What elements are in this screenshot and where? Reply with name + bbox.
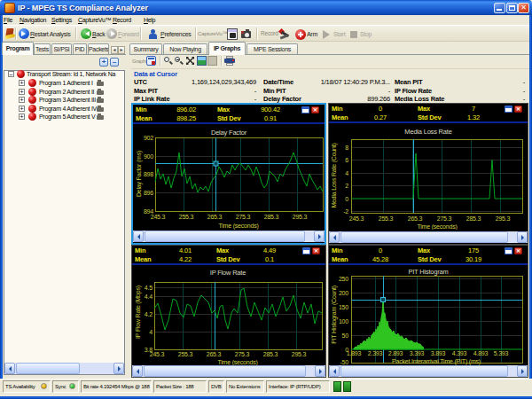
svg-text:245.3: 245.3 xyxy=(349,215,364,222)
svg-text:295.3: 295.3 xyxy=(293,214,308,220)
svg-text:250: 250 xyxy=(339,276,348,282)
svg-text:898: 898 xyxy=(144,171,153,177)
svg-text:IP Flow Rate (Mbps): IP Flow Rate (Mbps) xyxy=(135,286,142,339)
svg-text:275.3: 275.3 xyxy=(235,351,250,357)
svg-text:Delay Factor (ms): Delay Factor (ms) xyxy=(136,151,143,197)
svg-text:900: 900 xyxy=(144,153,153,160)
svg-text:-50: -50 xyxy=(340,359,348,365)
svg-text:265.3: 265.3 xyxy=(408,215,423,222)
svg-text:4.393: 4.393 xyxy=(452,350,467,356)
svg-text:285.3: 285.3 xyxy=(466,215,481,222)
svg-text:255.3: 255.3 xyxy=(178,351,193,357)
svg-text:50: 50 xyxy=(342,332,349,339)
svg-text:PIT Histogram (Count): PIT Histogram (Count) xyxy=(331,286,338,344)
svg-text:4.5: 4.5 xyxy=(145,285,153,291)
svg-text:4: 4 xyxy=(149,329,153,335)
svg-text:5.393: 5.393 xyxy=(494,350,509,356)
svg-text:4.2: 4.2 xyxy=(145,311,153,317)
svg-text:3.893: 3.893 xyxy=(431,350,446,356)
svg-text:4.4: 4.4 xyxy=(145,293,153,300)
svg-text:0: 0 xyxy=(345,196,348,202)
svg-text:4.893: 4.893 xyxy=(473,350,489,356)
svg-text:Packet Interarrival Time (PIT): Packet Interarrival Time (PIT) (ms) xyxy=(392,358,481,365)
svg-text:265.3: 265.3 xyxy=(207,214,223,220)
svg-text:6: 6 xyxy=(345,157,348,163)
svg-text:200: 200 xyxy=(339,290,348,296)
svg-text:275.3: 275.3 xyxy=(437,215,452,222)
svg-text:902: 902 xyxy=(144,135,153,141)
svg-text:IP Flow Rate: IP Flow Rate xyxy=(210,269,246,277)
svg-text:Media Loss Rate (Count): Media Loss Rate (Count) xyxy=(331,143,338,207)
svg-text:Time (seconds): Time (seconds) xyxy=(217,359,257,365)
svg-text:255.3: 255.3 xyxy=(379,215,394,222)
svg-text:-2: -2 xyxy=(343,208,348,215)
svg-text:4: 4 xyxy=(345,170,348,176)
svg-text:295.3: 295.3 xyxy=(496,215,511,222)
svg-text:2.893: 2.893 xyxy=(388,350,403,356)
svg-text:2: 2 xyxy=(345,183,348,189)
svg-text:PIT Histogram: PIT Histogram xyxy=(408,268,448,276)
svg-text:Time (seconds): Time (seconds) xyxy=(417,223,457,230)
svg-text:Media Loss Rate: Media Loss Rate xyxy=(404,128,451,136)
svg-text:245.3: 245.3 xyxy=(150,351,165,357)
svg-text:8: 8 xyxy=(345,145,348,151)
svg-text:Time (seconds): Time (seconds) xyxy=(218,223,258,230)
svg-text:255.3: 255.3 xyxy=(179,214,194,220)
svg-text:150: 150 xyxy=(339,304,348,310)
svg-text:265.3: 265.3 xyxy=(207,351,222,357)
svg-text:1.893: 1.893 xyxy=(347,350,362,356)
svg-text:295.3: 295.3 xyxy=(292,351,307,357)
svg-text:285.3: 285.3 xyxy=(264,214,279,220)
svg-text:245.3: 245.3 xyxy=(151,214,166,220)
svg-text:Delay Factor: Delay Factor xyxy=(211,129,247,137)
svg-text:3.393: 3.393 xyxy=(410,350,425,356)
svg-text:275.3: 275.3 xyxy=(236,214,251,220)
svg-text:896: 896 xyxy=(144,190,153,196)
svg-text:2.393: 2.393 xyxy=(368,350,383,356)
svg-text:285.3: 285.3 xyxy=(263,351,278,357)
svg-text:100: 100 xyxy=(339,318,348,325)
